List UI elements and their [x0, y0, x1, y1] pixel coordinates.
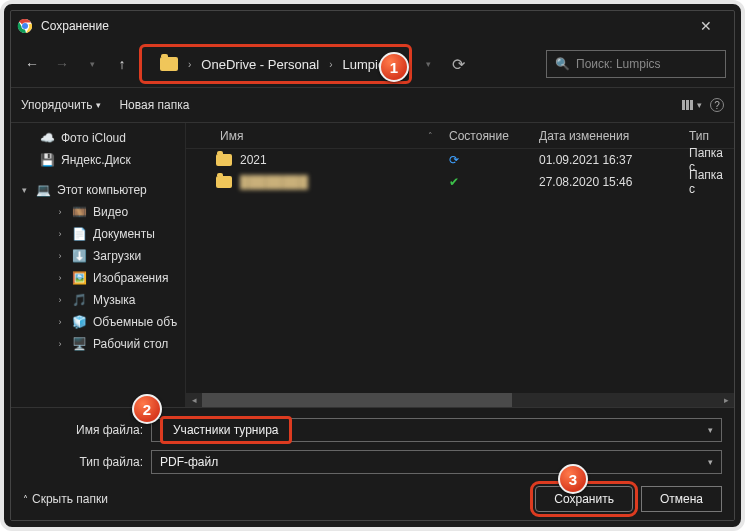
scroll-left-icon[interactable]: ◂	[186, 393, 202, 407]
chevron-right-icon: ›	[55, 207, 65, 217]
list-item[interactable]: ████████ ✔ 27.08.2020 15:46 Папка с	[186, 171, 734, 193]
tree-item-thispc[interactable]: ▾💻Этот компьютер	[11, 179, 185, 201]
tree-item-documents[interactable]: ›📄Документы	[11, 223, 185, 245]
chevron-right-icon: ›	[55, 317, 65, 327]
sort-icon: ˄	[428, 131, 433, 141]
filetype-select[interactable]: PDF-файл ▾	[151, 450, 722, 474]
document-icon: 📄	[71, 226, 87, 242]
filename-label: Имя файла:	[23, 423, 143, 437]
tree-item-desktop[interactable]: ›🖥️Рабочий стол	[11, 333, 185, 355]
column-date[interactable]: Дата изменения	[531, 129, 681, 143]
chevron-right-icon: ›	[55, 273, 65, 283]
titlebar: Сохранение ✕	[11, 11, 734, 41]
check-icon: ✔	[449, 175, 459, 189]
filename-input[interactable]: Участники турнира ▾	[151, 418, 722, 442]
chevron-right-icon: ›	[55, 229, 65, 239]
address-dropdown[interactable]: ▾	[416, 51, 442, 77]
sync-icon: ⟳	[449, 153, 459, 167]
save-dialog: Сохранение ✕ ← → ▾ ↑ › OneDrive - Person…	[10, 10, 735, 521]
file-list: Имя˄ Состояние Дата изменения Тип 2021 ⟳…	[186, 123, 734, 407]
chevron-down-icon[interactable]: ▾	[708, 457, 713, 467]
window-title: Сохранение	[41, 19, 109, 33]
desktop-icon: 🖥️	[71, 336, 87, 352]
refresh-button[interactable]: ⟳	[446, 51, 472, 77]
folder-icon	[160, 57, 178, 71]
tree-item-downloads[interactable]: ›⬇️Загрузки	[11, 245, 185, 267]
column-state[interactable]: Состояние	[441, 129, 531, 143]
search-input[interactable]: 🔍 Поиск: Lumpics	[546, 50, 726, 78]
filetype-label: Тип файла:	[23, 455, 143, 469]
chevron-down-icon: ▾	[96, 100, 101, 110]
save-button[interactable]: Сохранить	[535, 486, 633, 512]
chevron-down-icon[interactable]: ▾	[708, 425, 713, 435]
chevron-right-icon: ›	[55, 251, 65, 261]
music-icon: 🎵	[71, 292, 87, 308]
tree-item-yadisk[interactable]: 💾Яндекс.Диск	[11, 149, 185, 171]
pc-icon: 💻	[35, 182, 51, 198]
list-header: Имя˄ Состояние Дата изменения Тип	[186, 123, 734, 149]
cloud-icon: ☁️	[39, 130, 55, 146]
help-button[interactable]: ?	[710, 98, 724, 112]
folder-icon	[216, 154, 232, 166]
chevron-right-icon: ›	[329, 59, 332, 70]
new-folder-button[interactable]: Новая папка	[119, 98, 189, 112]
picture-icon: 🖼️	[71, 270, 87, 286]
list-item[interactable]: 2021 ⟳ 01.09.2021 16:37 Папка с	[186, 149, 734, 171]
back-button[interactable]: ←	[19, 51, 45, 77]
column-type[interactable]: Тип	[681, 129, 734, 143]
nav-tree: ☁️Фото iCloud 💾Яндекс.Диск ▾💻Этот компью…	[11, 123, 186, 407]
bottom-panel: Имя файла: Участники турнира ▾ Тип файла…	[11, 407, 734, 520]
cancel-button[interactable]: Отмена	[641, 486, 722, 512]
view-icon	[682, 100, 693, 110]
nav-row: ← → ▾ ↑ › OneDrive - Personal › Lumpics …	[11, 41, 734, 87]
tree-item-3dobjects[interactable]: ›🧊Объемные объ	[11, 311, 185, 333]
cube-icon: 🧊	[71, 314, 87, 330]
chevron-down-icon: ▾	[19, 185, 29, 195]
search-placeholder: Поиск: Lumpics	[576, 57, 661, 71]
chevron-right-icon: ›	[188, 59, 191, 70]
annotation-marker-1: 1	[379, 52, 409, 82]
chevron-up-icon: ˄	[23, 494, 28, 505]
annotation-marker-2: 2	[132, 394, 162, 424]
scroll-thumb[interactable]	[202, 393, 512, 407]
tree-item-music[interactable]: ›🎵Музыка	[11, 289, 185, 311]
video-icon: 🎞️	[71, 204, 87, 220]
tree-item-videos[interactable]: ›🎞️Видео	[11, 201, 185, 223]
tree-item-pictures[interactable]: ›🖼️Изображения	[11, 267, 185, 289]
disk-icon: 💾	[39, 152, 55, 168]
folder-icon	[216, 176, 232, 188]
chevron-right-icon: ›	[55, 339, 65, 349]
forward-button[interactable]: →	[49, 51, 75, 77]
address-bar[interactable]: › OneDrive - Personal › Lumpics	[150, 49, 401, 79]
chevron-down-icon: ▾	[697, 100, 702, 110]
tree-item-icloud[interactable]: ☁️Фото iCloud	[11, 127, 185, 149]
h-scrollbar[interactable]: ◂ ▸	[186, 393, 734, 407]
app-icon	[17, 18, 33, 34]
annotation-marker-3: 3	[558, 464, 588, 494]
address-highlight: › OneDrive - Personal › Lumpics	[139, 44, 412, 84]
breadcrumb-segment[interactable]: OneDrive - Personal	[201, 57, 319, 72]
search-icon: 🔍	[555, 57, 570, 71]
filename-highlight: Участники турнира	[160, 416, 292, 444]
column-name[interactable]: Имя˄	[186, 129, 441, 143]
toolbar: Упорядочить ▾ Новая папка ▾ ?	[11, 87, 734, 123]
close-button[interactable]: ✕	[684, 11, 728, 41]
organize-button[interactable]: Упорядочить ▾	[21, 98, 101, 112]
up-button[interactable]: ↑	[109, 51, 135, 77]
view-button[interactable]: ▾	[682, 100, 702, 110]
download-icon: ⬇️	[71, 248, 87, 264]
scroll-right-icon[interactable]: ▸	[718, 393, 734, 407]
chevron-right-icon: ›	[55, 295, 65, 305]
recent-dropdown[interactable]: ▾	[79, 51, 105, 77]
hide-folders-button[interactable]: ˄ Скрыть папки	[23, 492, 108, 506]
